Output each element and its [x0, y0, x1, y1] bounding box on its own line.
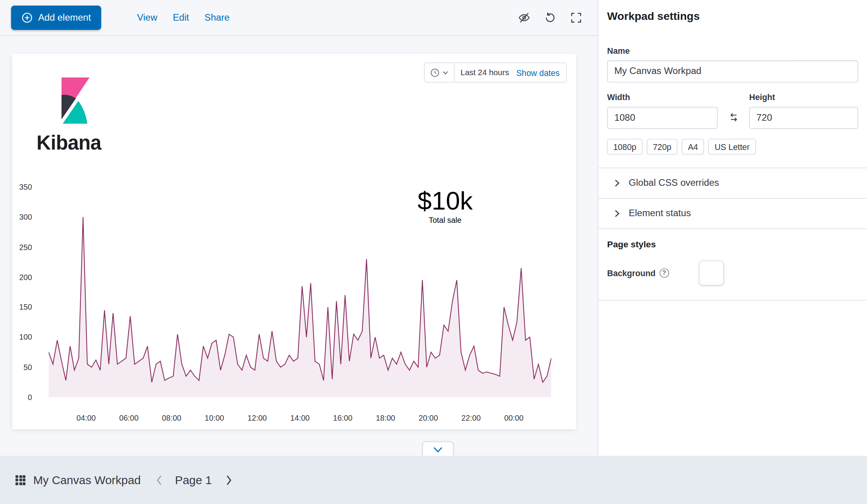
background-label: Background: [607, 268, 656, 277]
x-axis-label: 18:00: [376, 413, 395, 422]
workpad-page[interactable]: Kibana Last 24 hours Show dates $10k Tot…: [12, 54, 576, 429]
footer-workpad-name: My Canvas Workpad: [33, 473, 141, 486]
refresh-icon[interactable]: [544, 12, 556, 24]
kibana-logo-icon[interactable]: [58, 78, 90, 124]
x-axis-label: 14:00: [290, 413, 310, 422]
fullscreen-icon[interactable]: [570, 12, 582, 24]
share-menu-item[interactable]: Share: [204, 12, 229, 23]
x-axis-label: 20:00: [419, 413, 438, 422]
chevron-right-icon: [613, 209, 622, 218]
divider: [598, 229, 867, 229]
add-element-label: Add element: [38, 12, 91, 23]
chevron-down-icon: [442, 69, 448, 76]
toolbar-right-icons: [518, 0, 582, 35]
accordion-label: Global CSS overrides: [629, 178, 719, 189]
eye-slash-icon[interactable]: [518, 12, 530, 24]
chevron-right-icon: [613, 179, 622, 188]
canvas-app: Add element View Edit Share: [0, 0, 867, 504]
y-axis-label: 0: [12, 392, 32, 402]
page-manager-toggle-button[interactable]: [423, 441, 453, 456]
chart-area: [49, 217, 551, 397]
show-dates-button[interactable]: Show dates: [515, 68, 566, 77]
preset-a4-button[interactable]: A4: [682, 139, 704, 155]
background-color-swatch[interactable]: [699, 260, 724, 285]
y-axis-label: 250: [12, 242, 32, 252]
next-page-button[interactable]: [225, 474, 233, 486]
background-label-group: Background ?: [607, 268, 669, 277]
y-axis-label: 50: [12, 362, 32, 372]
accordion-element-status[interactable]: Element status: [607, 199, 858, 229]
accordion-label: Element status: [629, 208, 691, 219]
size-presets: 1080p 720p A4 US Letter: [607, 139, 858, 155]
top-toolbar: Add element View Edit Share: [0, 0, 598, 36]
time-filter-quick-menu[interactable]: [425, 63, 455, 82]
toolbar-menu: View Edit Share: [137, 0, 229, 35]
preset-1080p-button[interactable]: 1080p: [607, 139, 642, 155]
panel-title: Workpad settings: [607, 10, 858, 23]
footer-bar: My Canvas Workpad Page 1: [0, 456, 867, 504]
kibana-logo-text[interactable]: Kibana: [37, 131, 101, 155]
width-input[interactable]: [607, 107, 718, 129]
x-axis-label: 04:00: [76, 413, 96, 422]
y-axis-label: 200: [12, 272, 32, 282]
page-styles-title: Page styles: [607, 240, 858, 250]
workpad-name-input[interactable]: [607, 60, 858, 83]
background-row: Background ?: [607, 260, 858, 285]
previous-page-button[interactable]: [155, 474, 163, 486]
swap-dimensions-icon[interactable]: [728, 112, 740, 123]
y-axis-label: 300: [12, 212, 32, 222]
circle-plus-icon: [21, 12, 32, 23]
x-axis-label: 10:00: [205, 413, 224, 422]
accordion-global-css[interactable]: Global CSS overrides: [607, 168, 858, 198]
height-label: Height: [749, 92, 858, 102]
canvas-area: Kibana Last 24 hours Show dates $10k Tot…: [0, 36, 598, 456]
clock-icon: [430, 68, 439, 77]
dimensions-row: Width Height: [607, 92, 858, 129]
y-axis-label: 100: [12, 332, 32, 342]
chevron-right-icon: [225, 474, 233, 486]
x-axis-label: 22:00: [462, 413, 481, 422]
time-filter: Last 24 hours Show dates: [424, 63, 567, 83]
chevron-left-icon: [155, 474, 163, 486]
preset-us-letter-button[interactable]: US Letter: [708, 139, 756, 155]
name-label: Name: [607, 46, 858, 55]
x-axis-label: 08:00: [162, 413, 182, 422]
help-icon[interactable]: ?: [659, 268, 669, 277]
apps-icon[interactable]: [16, 475, 26, 485]
x-axis-label: 00:00: [504, 413, 523, 422]
x-axis-label: 12:00: [247, 413, 267, 422]
width-label: Width: [607, 92, 718, 102]
x-axis-label: 16:00: [333, 413, 352, 422]
y-axis-label: 350: [12, 182, 32, 192]
add-element-button[interactable]: Add element: [11, 5, 101, 30]
height-input[interactable]: [749, 107, 858, 129]
workpad-settings-panel: Workpad settings Name Width Height 1080p…: [598, 0, 867, 456]
preset-720p-button[interactable]: 720p: [647, 139, 678, 155]
edit-menu-item[interactable]: Edit: [173, 12, 189, 23]
area-chart-element[interactable]: [49, 187, 551, 397]
view-menu-item[interactable]: View: [137, 12, 157, 23]
time-range-label[interactable]: Last 24 hours: [455, 68, 515, 77]
page-number-label[interactable]: Page 1: [175, 473, 211, 486]
y-axis-label: 150: [12, 302, 32, 312]
divider: [598, 300, 867, 300]
x-axis-label: 06:00: [119, 413, 139, 422]
chevron-down-icon: [433, 446, 443, 453]
